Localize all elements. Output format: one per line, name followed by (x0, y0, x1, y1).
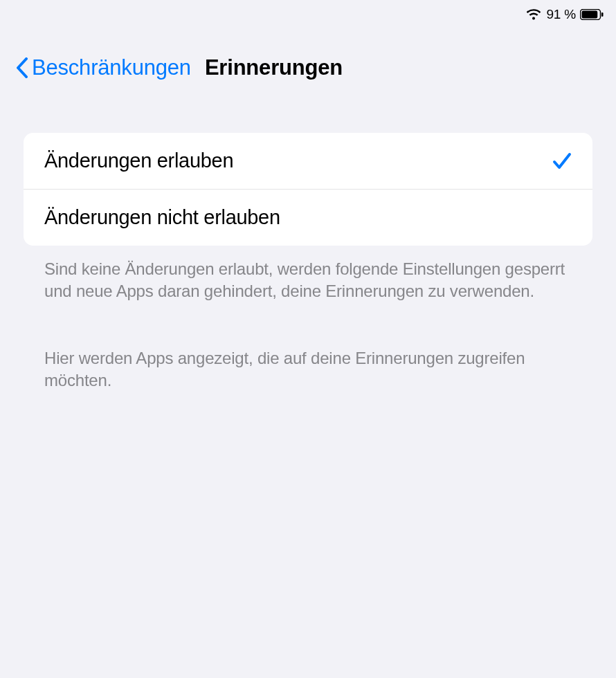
svg-rect-1 (582, 11, 598, 19)
option-allow-changes[interactable]: Änderungen erlauben (24, 133, 592, 189)
options-list: Änderungen erlauben Änderungen nicht erl… (24, 133, 592, 246)
status-bar: 91 % (0, 0, 616, 26)
chevron-left-icon (14, 56, 30, 80)
option-label: Änderungen erlauben (44, 149, 233, 172)
wifi-icon (525, 8, 542, 21)
footer-text-1: Sind keine Änderungen erlaubt, werden fo… (24, 246, 592, 303)
footer-text-2: Hier werden Apps angezeigt, die auf dein… (24, 303, 592, 392)
option-label: Änderungen nicht erlauben (44, 206, 280, 229)
battery-icon (580, 9, 604, 20)
back-label: Beschränkungen (32, 55, 191, 80)
page-title: Erinnerungen (205, 55, 343, 80)
back-button[interactable]: Beschränkungen (14, 55, 191, 80)
nav-header: Beschränkungen Erinnerungen (0, 26, 616, 87)
option-disallow-changes[interactable]: Änderungen nicht erlauben (24, 189, 592, 246)
svg-rect-2 (601, 12, 604, 17)
battery-percentage: 91 % (546, 7, 576, 22)
content: Änderungen erlauben Änderungen nicht erl… (0, 87, 616, 392)
checkmark-icon (552, 152, 572, 170)
